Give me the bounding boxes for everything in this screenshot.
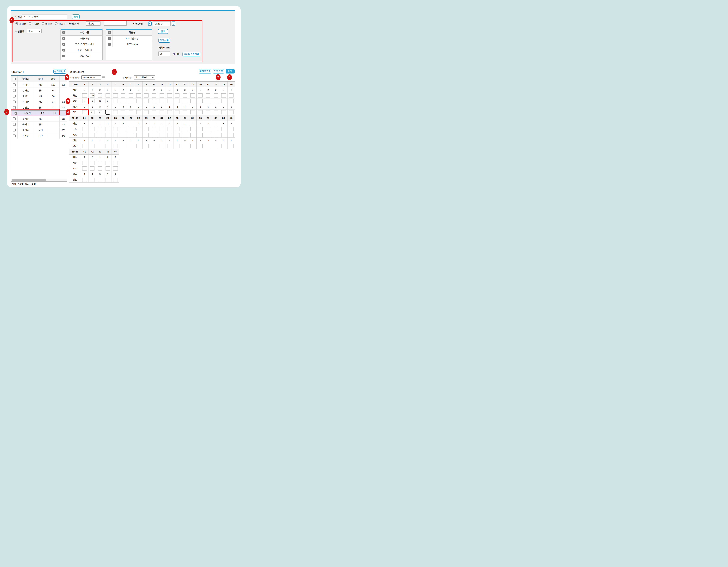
ox-input[interactable] — [214, 99, 218, 103]
roster-row[interactable]: 곡기리중1000 — [11, 122, 67, 127]
response-input[interactable]: 1 — [90, 110, 94, 114]
roster-row[interactable]: 김일번중271000 — [11, 105, 67, 110]
ox-input[interactable] — [221, 99, 226, 103]
row-checkbox[interactable] — [13, 129, 16, 131]
row-checkbox[interactable] — [13, 83, 16, 86]
response-input[interactable] — [167, 144, 172, 148]
ox-input[interactable] — [106, 133, 110, 137]
earned-input[interactable]: 0 — [90, 93, 94, 98]
earned-input[interactable] — [175, 127, 179, 131]
ox-input[interactable] — [198, 133, 203, 137]
ox-input[interactable] — [121, 133, 125, 137]
response-input[interactable] — [229, 110, 234, 114]
ox-input[interactable] — [206, 133, 210, 137]
response-input[interactable] — [121, 144, 125, 148]
class-list-item[interactable]: ✓1:1 개인수업 — [106, 36, 152, 41]
earned-input[interactable] — [98, 127, 102, 131]
roster-row[interactable]: 김신입성인999 — [11, 127, 67, 133]
response-input[interactable] — [167, 110, 172, 114]
ox-input[interactable] — [152, 133, 156, 137]
exam-search-button[interactable]: 검색 — [72, 14, 80, 19]
class-list-item[interactable]: ✓고등영어 A — [106, 41, 152, 47]
response-input[interactable]: 3 — [98, 110, 102, 114]
row-checkbox[interactable] — [13, 134, 16, 137]
response-input[interactable] — [183, 144, 187, 148]
response-input[interactable] — [214, 144, 218, 148]
row-checkbox[interactable] — [13, 89, 16, 92]
earned-input[interactable] — [152, 93, 156, 98]
earned-input[interactable]: 2 — [98, 93, 102, 98]
earned-input[interactable] — [113, 161, 118, 165]
ox-input[interactable] — [221, 133, 226, 137]
earned-input[interactable] — [98, 161, 102, 165]
response-input[interactable] — [198, 144, 203, 148]
earned-input[interactable] — [136, 127, 141, 131]
earned-input[interactable] — [190, 93, 195, 98]
ox-input[interactable]: X — [90, 99, 94, 103]
prev-month-button[interactable] — [148, 21, 152, 26]
response-input[interactable] — [214, 110, 218, 114]
response-input[interactable] — [121, 110, 125, 114]
roster-row[interactable]: 부석순중2010 — [11, 116, 67, 122]
earned-input[interactable] — [82, 127, 87, 131]
response-input[interactable] — [113, 110, 118, 114]
earned-input[interactable]: 0 — [106, 93, 110, 98]
earned-input[interactable] — [106, 161, 110, 165]
ox-input[interactable] — [175, 133, 179, 137]
earned-input[interactable] — [113, 93, 118, 98]
response-input[interactable] — [160, 144, 164, 148]
ox-input[interactable] — [129, 133, 133, 137]
response-input[interactable] — [175, 110, 179, 114]
ox-input[interactable] — [229, 133, 234, 137]
ox-input[interactable] — [190, 133, 195, 137]
response-input[interactable] — [190, 110, 195, 114]
ox-input[interactable] — [167, 99, 172, 103]
row-checkbox[interactable]: ✓ — [15, 112, 17, 115]
response-input[interactable] — [106, 144, 110, 148]
radio-current-student[interactable] — [15, 22, 18, 25]
class-header-checkbox[interactable]: ✓ — [108, 31, 111, 34]
ox-input[interactable] — [98, 166, 102, 171]
earned-input[interactable] — [183, 127, 187, 131]
earned-input[interactable] — [121, 127, 125, 131]
earned-input[interactable] — [175, 93, 179, 98]
group-header-checkbox[interactable]: ✓ — [62, 31, 65, 34]
earned-input[interactable] — [152, 127, 156, 131]
ox-input[interactable] — [198, 99, 203, 103]
earned-input[interactable] — [160, 127, 164, 131]
group-list-item[interactable]: ✓고등-수능대비 — [61, 47, 102, 53]
average-button[interactable]: 평균산출 — [158, 38, 170, 43]
row-checkbox[interactable] — [13, 123, 16, 126]
earned-input[interactable] — [229, 93, 234, 98]
ox-input[interactable] — [113, 166, 118, 171]
exam-month-select[interactable]: 2023-04 — [153, 21, 171, 26]
earned-input[interactable] — [229, 127, 234, 131]
earned-input[interactable] — [167, 127, 172, 131]
radio-new-student[interactable] — [29, 22, 31, 25]
response-input[interactable] — [152, 144, 156, 148]
earned-input[interactable] — [206, 127, 210, 131]
earned-input[interactable] — [136, 93, 141, 98]
ox-input[interactable] — [160, 99, 164, 103]
earned-input[interactable] — [160, 93, 164, 98]
exam-name-input[interactable]: 2023 수능 영어 — [22, 15, 67, 19]
ox-input[interactable]: X — [82, 99, 87, 103]
ox-input[interactable] — [214, 133, 218, 137]
response-input[interactable] — [82, 144, 87, 148]
ox-input[interactable] — [82, 166, 87, 171]
row-checkbox[interactable]: ✓ — [108, 37, 111, 40]
earned-input[interactable] — [214, 93, 218, 98]
response-input[interactable] — [98, 178, 102, 182]
ox-input[interactable] — [106, 166, 110, 171]
full-marks-button[interactable]: 만점으로 — [213, 69, 224, 73]
calendar-icon[interactable] — [102, 76, 105, 79]
row-checkbox[interactable] — [13, 101, 16, 103]
roster-row[interactable]: ✓박일곱중32.0 — [11, 110, 67, 116]
student-search-type-select[interactable]: 학생명 — [86, 21, 100, 26]
earned-input[interactable] — [129, 93, 133, 98]
row-checkbox[interactable]: ✓ — [108, 43, 111, 46]
ox-input[interactable] — [183, 99, 187, 103]
earned-input[interactable] — [206, 93, 210, 98]
roster-row[interactable]: 김윤진성인443 — [11, 133, 67, 139]
earned-input[interactable] — [144, 127, 149, 131]
